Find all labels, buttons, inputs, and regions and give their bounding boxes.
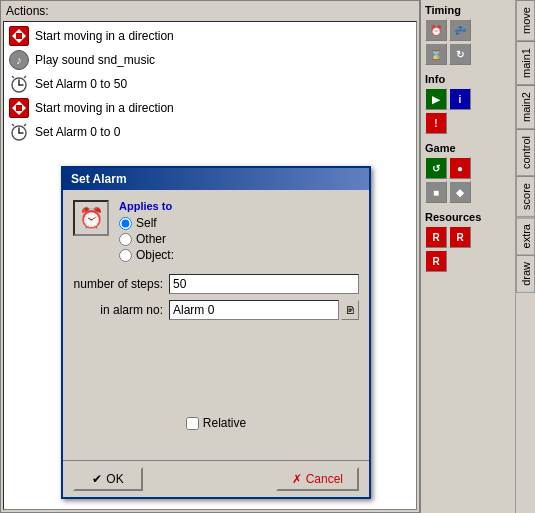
action-item-3[interactable]: Set Alarm 0 to 50	[6, 72, 414, 96]
toolbar-icon-2-2[interactable]: ■	[425, 181, 447, 203]
tab-main1[interactable]: main1	[516, 41, 535, 85]
action-icon-3	[9, 74, 29, 94]
icon-panel: Timing⏰💤⌛↻Info▶i!Game↺●■◆ResourcesRRR	[421, 0, 515, 513]
icon-grid-3: RRR	[425, 226, 511, 272]
svg-rect-9	[16, 105, 22, 111]
toolbar-icon-3-2[interactable]: R	[425, 250, 447, 272]
radio-object-input[interactable]	[119, 249, 132, 262]
action-text-2: Play sound snd_music	[35, 53, 155, 67]
svg-line-15	[24, 124, 26, 126]
toolbar-icon-1-0[interactable]: ▶	[425, 88, 447, 110]
action-text-4: Start moving in a direction	[35, 101, 174, 115]
radio-self[interactable]: Self	[119, 216, 174, 230]
ok-label: OK	[106, 472, 123, 486]
toolbar-icon-2-0[interactable]: ↺	[425, 157, 447, 179]
tab-control[interactable]: control	[516, 129, 535, 176]
icon-grid-0: ⏰💤⌛↻	[425, 19, 511, 65]
toolbar-icon-3-1[interactable]: R	[449, 226, 471, 248]
action-icon-4	[9, 98, 29, 118]
action-item-4[interactable]: Start moving in a direction	[6, 96, 414, 120]
toolbar-icon-1-1[interactable]: i	[449, 88, 471, 110]
ok-button[interactable]: ✔ OK	[73, 467, 143, 491]
radio-other[interactable]: Other	[119, 232, 174, 246]
set-alarm-dialog: Set Alarm ⏰ Applies to Self	[61, 166, 371, 499]
right-sidebar: Timing⏰💤⌛↻Info▶i!Game↺●■◆ResourcesRRR mo…	[420, 0, 535, 513]
tab-main2[interactable]: main2	[516, 85, 535, 129]
radio-other-input[interactable]	[119, 233, 132, 246]
cancel-icon: ✗	[292, 472, 302, 486]
action-text-1: Start moving in a direction	[35, 29, 174, 43]
toolbar-icon-0-2[interactable]: ⌛	[425, 43, 447, 65]
action-icon-1	[9, 26, 29, 46]
section-header-2: Game	[425, 142, 511, 154]
browse-icon: 🖹	[345, 305, 355, 316]
cancel-label: Cancel	[306, 472, 343, 486]
svg-rect-1	[16, 33, 22, 39]
action-icon-5	[9, 122, 29, 142]
action-text-5: Set Alarm 0 to 0	[35, 125, 120, 139]
toolbar-icon-2-1[interactable]: ●	[449, 157, 471, 179]
steps-label: number of steps:	[73, 277, 163, 291]
radio-self-input[interactable]	[119, 217, 132, 230]
toolbar-icon-0-1[interactable]: 💤	[449, 19, 471, 41]
relative-label: Relative	[203, 416, 246, 430]
cancel-button[interactable]: ✗ Cancel	[276, 467, 359, 491]
section-header-0: Timing	[425, 4, 511, 16]
action-item-2[interactable]: ♪Play sound snd_music	[6, 48, 414, 72]
applies-to-label: Applies to	[119, 200, 174, 212]
dialog-action-icon: ⏰	[73, 200, 109, 236]
radio-object-label: Object:	[136, 248, 174, 262]
toolbar-icon-3-0[interactable]: R	[425, 226, 447, 248]
steps-input[interactable]	[169, 274, 359, 294]
radio-object[interactable]: Object:	[119, 248, 174, 262]
section-header-1: Info	[425, 73, 511, 85]
radio-other-label: Other	[136, 232, 166, 246]
toolbar-icon-0-3[interactable]: ↻	[449, 43, 471, 65]
alarm-no-label: in alarm no:	[73, 303, 163, 317]
tab-move[interactable]: move	[516, 0, 535, 41]
actions-label: Actions:	[1, 1, 419, 21]
action-item-5[interactable]: Set Alarm 0 to 0	[6, 120, 414, 144]
toolbar-icon-1-2[interactable]: !	[425, 112, 447, 134]
tab-score[interactable]: score	[516, 176, 535, 217]
ok-icon: ✔	[92, 472, 102, 486]
svg-line-7	[24, 76, 26, 78]
dialog-titlebar: Set Alarm	[63, 168, 369, 190]
dialog-title: Set Alarm	[71, 172, 127, 186]
browse-button[interactable]: 🖹	[341, 300, 359, 320]
section-header-3: Resources	[425, 211, 511, 223]
toolbar-icon-0-0[interactable]: ⏰	[425, 19, 447, 41]
relative-checkbox[interactable]	[186, 417, 199, 430]
action-item-1[interactable]: Start moving in a direction	[6, 24, 414, 48]
tab-extra[interactable]: extra	[516, 217, 535, 255]
icon-grid-1: ▶i!	[425, 88, 511, 134]
tab-draw[interactable]: draw	[516, 255, 535, 293]
alarm-no-input[interactable]	[169, 300, 339, 320]
svg-line-14	[12, 124, 14, 126]
toolbar-icon-2-3[interactable]: ◆	[449, 181, 471, 203]
tab-buttons: movemain1main2controlscoreextradraw	[515, 0, 535, 513]
radio-self-label: Self	[136, 216, 157, 230]
action-text-3: Set Alarm 0 to 50	[35, 77, 127, 91]
action-icon-2: ♪	[9, 50, 29, 70]
svg-line-6	[12, 76, 14, 78]
icon-grid-2: ↺●■◆	[425, 157, 511, 203]
